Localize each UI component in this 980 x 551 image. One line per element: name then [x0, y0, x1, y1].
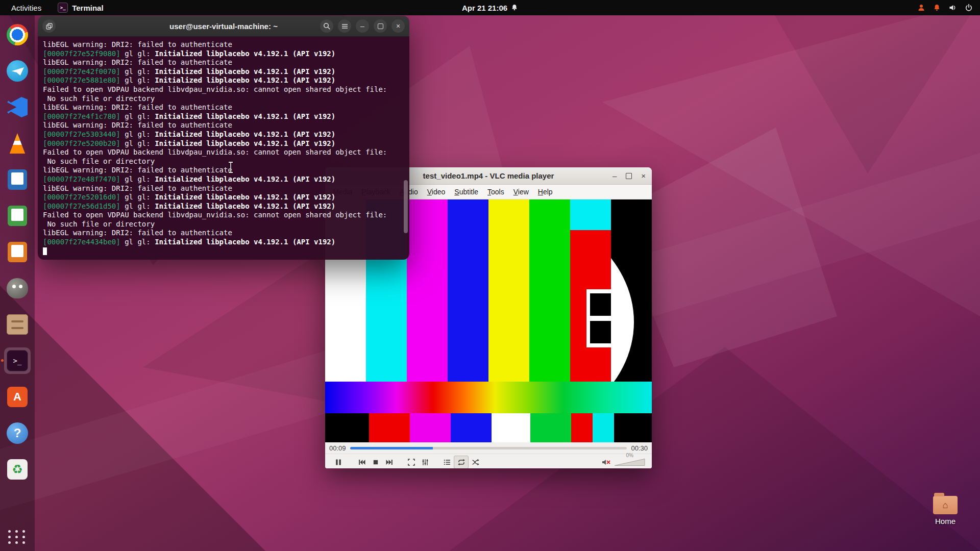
- stop-button[interactable]: [369, 456, 382, 468]
- previous-button[interactable]: [355, 456, 369, 468]
- loop-button[interactable]: [454, 456, 469, 469]
- ubuntu-software-icon: A: [7, 387, 28, 407]
- terminal-minimize-button[interactable]: –: [356, 19, 369, 33]
- home-folder-icon: ⌂: [933, 496, 958, 514]
- vlc-maximize-button[interactable]: [626, 173, 632, 179]
- tabs-icon[interactable]: [42, 19, 56, 33]
- recycle-icon: ♻: [7, 459, 28, 480]
- dock-item-chrome[interactable]: [4, 21, 31, 48]
- power-icon: [965, 4, 973, 12]
- volume-percent-label: 0%: [626, 453, 633, 458]
- gimp-icon: [7, 278, 28, 298]
- dock-item-messenger[interactable]: [4, 58, 31, 84]
- fullscreen-button[interactable]: [404, 456, 418, 468]
- messenger-icon: [7, 60, 28, 82]
- pause-button[interactable]: [329, 456, 348, 468]
- terminal-scrollbar[interactable]: [404, 180, 408, 233]
- notification-icon: [933, 4, 941, 12]
- extended-settings-button[interactable]: [418, 456, 432, 468]
- search-button[interactable]: [320, 19, 333, 33]
- home-folder-label: Home: [925, 517, 966, 525]
- terminal-app-icon: >_: [58, 3, 68, 13]
- time-elapsed: 00:09: [329, 444, 346, 452]
- running-indicator-dot: [1, 359, 4, 362]
- user-status-icon: [917, 4, 925, 12]
- dock-item-calc[interactable]: [4, 203, 31, 229]
- vlc-close-button[interactable]: ×: [641, 171, 646, 180]
- menu-tools[interactable]: Tools: [483, 186, 509, 197]
- shuffle-button[interactable]: [469, 456, 482, 468]
- clock-button[interactable]: Apr 21 21:06: [462, 4, 518, 12]
- dock: >_ A ? ♻: [0, 15, 35, 551]
- vlc-minimize-button[interactable]: –: [612, 171, 617, 180]
- writer-icon: [8, 169, 27, 190]
- files-icon: [7, 314, 28, 335]
- mouse-ibeam-cursor: [227, 161, 234, 173]
- seek-progress: [350, 447, 433, 449]
- volume-icon: [948, 4, 957, 12]
- search-icon: [323, 22, 330, 30]
- bell-icon: [511, 4, 518, 11]
- menu-button[interactable]: [338, 19, 351, 33]
- dock-item-impress[interactable]: [4, 239, 31, 265]
- top-bar: Activities >_ Terminal Apr 21 21:06: [0, 0, 980, 15]
- help-icon: ?: [7, 422, 28, 444]
- chrome-icon: [7, 24, 28, 45]
- home-folder-shortcut[interactable]: ⌂ Home: [925, 496, 966, 525]
- vscode-icon: [7, 97, 28, 117]
- terminal-maximize-button[interactable]: [374, 19, 387, 33]
- house-icon: ⌂: [943, 500, 948, 510]
- impress-icon: [8, 242, 27, 262]
- dock-item-writer[interactable]: [4, 166, 31, 193]
- volume-slider[interactable]: [614, 458, 646, 466]
- dock-item-terminal[interactable]: >_: [4, 347, 31, 374]
- menu-view[interactable]: View: [509, 186, 533, 197]
- dock-item-vscode[interactable]: [4, 94, 31, 120]
- dock-item-help[interactable]: ?: [4, 420, 31, 446]
- dock-item-files[interactable]: [4, 311, 31, 338]
- volume-area: 0%: [602, 458, 648, 466]
- system-status-area[interactable]: [917, 4, 980, 12]
- calc-icon: [8, 206, 27, 226]
- terminal-window: user@user-virtual-machine: ~ – × libEGL …: [38, 16, 409, 260]
- vlc-cone-icon: [7, 133, 28, 154]
- terminal-icon: >_: [7, 350, 28, 371]
- dock-item-vlc[interactable]: [4, 130, 31, 157]
- playlist-button[interactable]: [440, 456, 454, 468]
- terminal-output[interactable]: libEGL warning: DRI2: failed to authenti…: [38, 37, 409, 260]
- next-button[interactable]: [382, 456, 396, 468]
- seek-slider[interactable]: [350, 447, 627, 449]
- dock-item-trash[interactable]: ♻: [4, 456, 31, 483]
- dock-item-gimp[interactable]: [4, 275, 31, 302]
- terminal-close-button[interactable]: ×: [391, 19, 405, 33]
- focused-app-indicator[interactable]: >_ Terminal: [58, 3, 103, 13]
- menu-video[interactable]: Video: [423, 186, 450, 197]
- vlc-controls: 0%: [325, 454, 652, 468]
- activities-button[interactable]: Activities: [8, 3, 44, 13]
- menu-subtitle[interactable]: Subtitle: [450, 186, 483, 197]
- show-applications-button[interactable]: [8, 530, 27, 544]
- terminal-titlebar[interactable]: user@user-virtual-machine: ~ – ×: [38, 16, 409, 37]
- hamburger-icon: [341, 23, 348, 30]
- vlc-seek-row: 00:09 00:30: [325, 442, 652, 454]
- terminal-cursor: [43, 247, 47, 255]
- dock-item-software[interactable]: A: [4, 384, 31, 410]
- time-total: 00:30: [631, 444, 648, 452]
- focused-app-name: Terminal: [72, 4, 103, 12]
- desktop: Activities >_ Terminal Apr 21 21:06: [0, 0, 980, 551]
- clock-label: Apr 21 21:06: [462, 4, 507, 12]
- mute-icon[interactable]: [602, 458, 611, 466]
- menu-help[interactable]: Help: [533, 186, 557, 197]
